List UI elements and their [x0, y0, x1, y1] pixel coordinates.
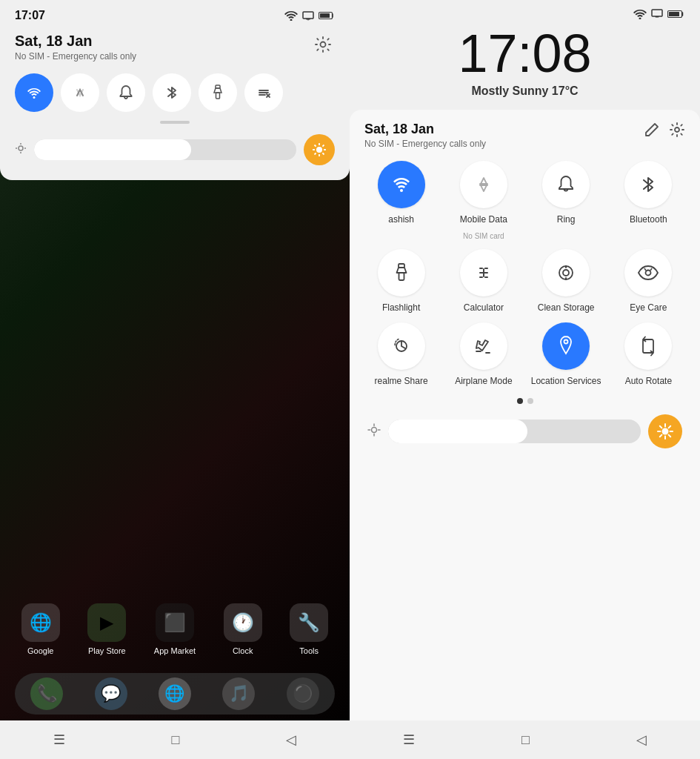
tiles-grid: ashish Mobile Data No SIM card: [364, 161, 685, 388]
right-wifi-icon: [633, 9, 647, 19]
dock-messages[interactable]: 💬: [95, 677, 127, 710]
nav-menu-right[interactable]: ☰: [403, 732, 415, 748]
bluetooth-toggle[interactable]: [153, 73, 191, 112]
tile-location-services-icon: [542, 322, 590, 370]
nav-home-left[interactable]: □: [172, 732, 180, 748]
app-google[interactable]: 🌐 Google: [21, 603, 60, 655]
svg-line-62: [660, 426, 662, 428]
tools-icon: 🔧: [290, 603, 328, 642]
nav-back-left[interactable]: ◁: [286, 732, 296, 748]
tile-mobile-data[interactable]: Mobile Data No SIM card: [447, 161, 520, 240]
svg-point-57: [662, 428, 669, 434]
left-date: Sat, 18 Jan: [15, 33, 136, 50]
right-brightness-low-icon: [367, 423, 381, 440]
left-brightness-track[interactable]: [34, 139, 296, 160]
left-panel: 17:07: [0, 0, 350, 759]
tools-label: Tools: [299, 646, 319, 655]
edit-icon[interactable]: [644, 122, 660, 142]
right-brightness-fill: [388, 420, 527, 443]
drag-indicator: [160, 121, 190, 124]
ring-toggle[interactable]: [107, 73, 145, 112]
tile-calculator-label: Calculator: [464, 302, 504, 314]
battery-status-icon: [319, 11, 335, 20]
tile-ring-icon: [542, 161, 590, 208]
page-dot-2: [527, 398, 533, 404]
svg-line-24: [322, 153, 324, 154]
tile-ring[interactable]: Ring: [530, 161, 603, 240]
svg-line-46: [650, 268, 652, 271]
tile-flashlight-label: Flashlight: [382, 302, 420, 314]
wifi-status-icon: [284, 10, 298, 21]
right-brightness-track[interactable]: [388, 420, 641, 443]
page-dot-1: [517, 398, 523, 404]
svg-rect-2: [308, 19, 309, 21]
nav-back-right[interactable]: ◁: [636, 732, 647, 748]
left-brightness-row: [15, 134, 335, 165]
tile-airplane-mode-label: Airplane Mode: [455, 376, 512, 388]
home-apps: 🌐 Google ▶ Play Store ⬛ App Market 🕐 Clo…: [0, 603, 350, 670]
right-status-bar: [350, 0, 700, 19]
tile-bluetooth[interactable]: Bluetooth: [612, 161, 685, 240]
tile-realme-share[interactable]: realme Share: [364, 322, 438, 388]
app-appmarket[interactable]: ⬛ App Market: [154, 603, 196, 655]
dock-phone[interactable]: 📞: [30, 677, 63, 710]
right-settings-icon[interactable]: [669, 122, 685, 142]
tile-realme-share-icon: [378, 322, 425, 370]
tile-calculator[interactable]: Calculator: [447, 249, 520, 314]
app-playstore[interactable]: ▶ Play Store: [87, 603, 126, 655]
left-brightness-thumb[interactable]: [304, 134, 335, 165]
tile-mobile-data-sublabel: No SIM card: [463, 232, 504, 240]
left-status-bar: 17:07: [15, 9, 335, 22]
tile-location-services[interactable]: Location Services: [530, 322, 603, 388]
right-brightness-thumb[interactable]: [648, 414, 682, 448]
tile-eye-care-icon: [624, 249, 672, 296]
right-panel-content: Sat, 18 Jan No SIM - Emergency calls onl…: [350, 110, 700, 720]
brightness-low-icon: [15, 142, 27, 157]
app-clock[interactable]: 🕐 Clock: [224, 603, 262, 655]
google-icon: 🌐: [21, 603, 60, 642]
tile-clean-storage-icon: [542, 249, 590, 296]
tile-auto-rotate-icon: [624, 322, 672, 370]
clock-icon: 🕐: [224, 603, 262, 642]
tile-wifi[interactable]: ashish: [364, 161, 438, 240]
left-status-icons: [284, 10, 335, 21]
left-dock: 📞 💬 🌐 🎵 ⚫: [15, 673, 335, 715]
svg-point-52: [372, 427, 377, 432]
right-date: Sat, 18 Jan: [364, 122, 486, 137]
left-date-row: Sat, 18 Jan No SIM - Emergency calls onl…: [15, 33, 335, 62]
wifi-toggle[interactable]: [15, 73, 53, 112]
more-toggle[interactable]: [244, 73, 283, 112]
tile-flashlight[interactable]: Flashlight: [364, 249, 438, 314]
tile-wifi-icon: [378, 161, 425, 208]
nav-menu-left[interactable]: ☰: [53, 732, 65, 748]
svg-line-64: [669, 426, 671, 428]
svg-rect-27: [652, 10, 662, 16]
nav-home-right[interactable]: □: [521, 732, 530, 748]
tile-realme-share-label: realme Share: [375, 376, 428, 388]
tile-mobile-data-icon: [460, 161, 507, 208]
right-sim-status: No SIM - Emergency calls only: [364, 139, 486, 149]
app-tools[interactable]: 🔧 Tools: [290, 603, 328, 655]
settings-gear-icon[interactable]: [311, 33, 335, 56]
flashlight-toggle[interactable]: [199, 73, 237, 112]
left-sim-status: No SIM - Emergency calls only: [15, 51, 136, 62]
right-nav-bar: ☰ □ ◁: [350, 720, 700, 759]
tile-auto-rotate[interactable]: Auto Rotate: [612, 322, 685, 388]
svg-line-23: [315, 145, 316, 147]
playstore-icon: ▶: [87, 603, 126, 642]
tile-clean-storage[interactable]: Clean Storage: [530, 249, 603, 314]
cast-status-icon: [302, 10, 314, 21]
right-panel: 17:08 Mostly Sunny 17°C Sat, 18 Jan No S…: [350, 0, 700, 759]
tile-airplane-mode[interactable]: Airplane Mode: [447, 322, 520, 388]
mobile-data-toggle[interactable]: [61, 73, 99, 112]
dock-camera[interactable]: ⚫: [287, 677, 319, 710]
tile-eye-care[interactable]: Eye Care: [612, 249, 685, 314]
tile-ring-label: Ring: [557, 214, 576, 226]
tile-bluetooth-label: Bluetooth: [630, 214, 667, 226]
dock-browser[interactable]: 🌐: [159, 677, 191, 710]
dock-music[interactable]: 🎵: [222, 677, 255, 710]
tile-bluetooth-icon: [624, 161, 672, 208]
svg-line-26: [315, 153, 316, 154]
svg-point-31: [675, 127, 679, 132]
left-time: 17:07: [15, 9, 45, 22]
